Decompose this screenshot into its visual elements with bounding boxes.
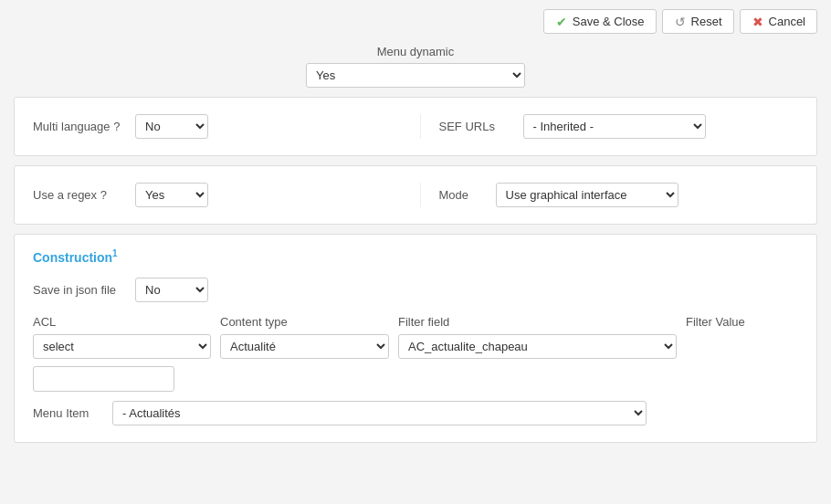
page-wrapper: ✔ Save & Close ↺ Reset ✖ Cancel Menu dyn… <box>0 0 831 504</box>
filter-field-select[interactable]: AC_actualite_chapeau <box>398 334 677 359</box>
mode-group: Mode Use graphical interface Use regex <box>420 183 799 207</box>
content-type-header: Content type <box>220 315 389 329</box>
mode-select[interactable]: Use graphical interface Use regex <box>496 183 678 207</box>
sef-urls-group: SEF URLs - Inherited - Yes No <box>420 114 799 139</box>
construction-title: Construction1 <box>33 248 798 265</box>
save-close-button[interactable]: ✔ Save & Close <box>543 9 657 34</box>
menu-item-label: Menu Item <box>33 406 101 420</box>
sef-urls-select[interactable]: - Inherited - Yes No <box>523 114 706 139</box>
table-header-row: ACL Content type Filter field Filter Val… <box>33 315 798 329</box>
multi-language-group: Multi language ? No Yes <box>33 114 393 139</box>
filter-value-row <box>33 366 798 392</box>
filter-value-header: Filter Value <box>686 315 798 329</box>
filter-field-header: Filter field <box>398 315 677 329</box>
toolbar: ✔ Save & Close ↺ Reset ✖ Cancel <box>14 9 817 34</box>
filter-value-input[interactable] <box>33 366 174 392</box>
cancel-icon: ✖ <box>752 16 764 28</box>
multi-language-select[interactable]: No Yes <box>135 114 208 139</box>
acl-header: ACL <box>33 315 211 329</box>
use-regex-group: Use a regex ? Yes No <box>33 183 393 207</box>
use-regex-select[interactable]: Yes No <box>135 183 208 207</box>
card-regex-mode: Use a regex ? Yes No Mode Use graphical … <box>14 165 817 225</box>
cancel-label: Cancel <box>769 15 805 28</box>
menu-dynamic-select[interactable]: Yes No <box>306 63 525 88</box>
content-type-select[interactable]: Actualité <box>220 334 389 359</box>
card-multilang-sef: Multi language ? No Yes SEF URLs - Inher… <box>14 97 817 156</box>
reset-label: Reset <box>691 15 722 28</box>
reset-icon: ↺ <box>674 16 687 28</box>
card2-row: Use a regex ? Yes No Mode Use graphical … <box>33 183 798 207</box>
table-data-row: select Actualité AC_actualite_chapeau <box>33 334 798 359</box>
construction-section: Construction1 Save in json file No Yes A… <box>14 234 817 443</box>
save-json-select[interactable]: No Yes <box>135 278 208 302</box>
use-regex-label: Use a regex ? <box>33 188 124 202</box>
multi-language-label: Multi language ? <box>33 120 124 133</box>
save-close-label: Save & Close <box>573 15 645 28</box>
reset-button[interactable]: ↺ Reset <box>662 9 734 34</box>
acl-select[interactable]: select <box>33 334 211 359</box>
menu-item-select[interactable]: - Actualités <box>112 401 647 425</box>
sef-urls-label: SEF URLs <box>439 120 512 133</box>
save-json-row: Save in json file No Yes <box>33 278 798 302</box>
mode-label: Mode <box>439 188 485 202</box>
save-json-label: Save in json file <box>33 283 124 297</box>
card1-row: Multi language ? No Yes SEF URLs - Inher… <box>33 114 798 139</box>
menu-item-row: Menu Item - Actualités <box>33 401 798 425</box>
menu-dynamic-section: Menu dynamic Yes No <box>14 45 817 88</box>
save-icon: ✔ <box>555 16 568 28</box>
menu-dynamic-label: Menu dynamic <box>377 45 455 58</box>
cancel-button[interactable]: ✖ Cancel <box>740 9 817 34</box>
